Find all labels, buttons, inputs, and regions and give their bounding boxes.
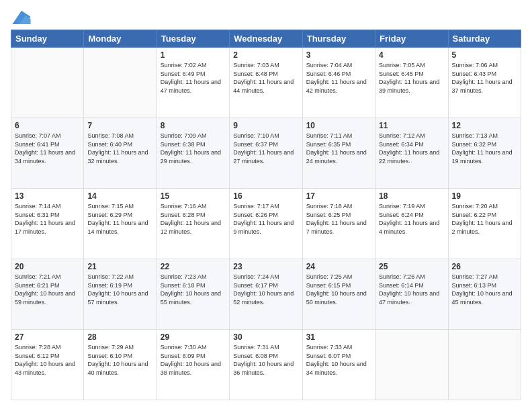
cell-info: Sunrise: 7:16 AM Sunset: 6:28 PM Dayligh… <box>161 202 226 236</box>
cell-info: Sunrise: 7:08 AM Sunset: 6:40 PM Dayligh… <box>87 132 152 165</box>
cell-info: Sunrise: 7:25 AM Sunset: 6:15 PM Dayligh… <box>306 273 371 306</box>
calendar-cell: 20Sunrise: 7:21 AM Sunset: 6:21 PM Dayli… <box>11 259 84 330</box>
cell-info: Sunrise: 7:14 AM Sunset: 6:31 PM Dayligh… <box>15 202 80 236</box>
day-number: 9 <box>233 121 298 130</box>
cell-info: Sunrise: 7:06 AM Sunset: 6:43 PM Dayligh… <box>452 61 517 95</box>
day-header-saturday: Saturday <box>448 30 521 48</box>
calendar-cell <box>84 48 157 118</box>
page: SundayMondayTuesdayWednesdayThursdayFrid… <box>0 0 532 411</box>
calendar-cell: 3Sunrise: 7:04 AM Sunset: 6:46 PM Daylig… <box>302 48 375 118</box>
cell-info: Sunrise: 7:19 AM Sunset: 6:24 PM Dayligh… <box>379 202 444 236</box>
day-number: 17 <box>306 191 371 201</box>
cell-info: Sunrise: 7:05 AM Sunset: 6:45 PM Dayligh… <box>379 61 444 95</box>
cell-info: Sunrise: 7:12 AM Sunset: 6:34 PM Dayligh… <box>379 132 444 165</box>
cell-info: Sunrise: 7:18 AM Sunset: 6:25 PM Dayligh… <box>306 202 371 236</box>
calendar-cell: 6Sunrise: 7:07 AM Sunset: 6:41 PM Daylig… <box>11 118 84 189</box>
calendar-cell: 19Sunrise: 7:20 AM Sunset: 6:22 PM Dayli… <box>448 189 521 259</box>
calendar-cell: 8Sunrise: 7:09 AM Sunset: 6:38 PM Daylig… <box>157 118 229 189</box>
day-number: 3 <box>306 50 371 60</box>
cell-info: Sunrise: 7:10 AM Sunset: 6:37 PM Dayligh… <box>233 132 298 165</box>
cell-info: Sunrise: 7:09 AM Sunset: 6:38 PM Dayligh… <box>161 132 226 165</box>
calendar-cell: 24Sunrise: 7:25 AM Sunset: 6:15 PM Dayli… <box>302 259 375 330</box>
day-header-friday: Friday <box>375 30 448 48</box>
day-number: 19 <box>452 191 517 201</box>
day-header-tuesday: Tuesday <box>157 30 229 48</box>
calendar-cell: 7Sunrise: 7:08 AM Sunset: 6:40 PM Daylig… <box>84 118 157 189</box>
day-number: 26 <box>452 262 517 271</box>
day-number: 23 <box>233 262 298 271</box>
cell-info: Sunrise: 7:03 AM Sunset: 6:48 PM Dayligh… <box>233 61 298 95</box>
day-number: 7 <box>87 121 152 130</box>
day-number: 31 <box>306 332 371 342</box>
calendar-cell: 26Sunrise: 7:27 AM Sunset: 6:13 PM Dayli… <box>448 259 521 330</box>
cell-info: Sunrise: 7:11 AM Sunset: 6:35 PM Dayligh… <box>306 132 371 165</box>
day-number: 18 <box>379 191 444 201</box>
week-row-1: 1Sunrise: 7:02 AM Sunset: 6:49 PM Daylig… <box>11 48 521 118</box>
cell-info: Sunrise: 7:20 AM Sunset: 6:22 PM Dayligh… <box>452 202 517 236</box>
cell-info: Sunrise: 7:22 AM Sunset: 6:19 PM Dayligh… <box>87 273 152 306</box>
cell-info: Sunrise: 7:15 AM Sunset: 6:29 PM Dayligh… <box>87 202 152 236</box>
cell-info: Sunrise: 7:07 AM Sunset: 6:41 PM Dayligh… <box>15 132 80 165</box>
cell-info: Sunrise: 7:30 AM Sunset: 6:09 PM Dayligh… <box>161 343 226 377</box>
day-number: 29 <box>161 332 226 342</box>
cell-info: Sunrise: 7:17 AM Sunset: 6:26 PM Dayligh… <box>233 202 298 236</box>
day-number: 16 <box>233 191 298 201</box>
calendar-cell: 15Sunrise: 7:16 AM Sunset: 6:28 PM Dayli… <box>157 189 229 259</box>
calendar-cell: 21Sunrise: 7:22 AM Sunset: 6:19 PM Dayli… <box>84 259 157 330</box>
calendar-cell: 9Sunrise: 7:10 AM Sunset: 6:37 PM Daylig… <box>230 118 302 189</box>
calendar-cell: 17Sunrise: 7:18 AM Sunset: 6:25 PM Dayli… <box>302 189 375 259</box>
day-number: 10 <box>306 121 371 130</box>
cell-info: Sunrise: 7:23 AM Sunset: 6:18 PM Dayligh… <box>161 273 226 306</box>
day-number: 14 <box>87 191 152 201</box>
day-number: 24 <box>306 262 371 271</box>
day-number: 5 <box>452 50 517 60</box>
day-header-monday: Monday <box>84 30 157 48</box>
calendar-cell: 5Sunrise: 7:06 AM Sunset: 6:43 PM Daylig… <box>448 48 521 118</box>
cell-info: Sunrise: 7:27 AM Sunset: 6:13 PM Dayligh… <box>452 273 517 306</box>
calendar-cell: 29Sunrise: 7:30 AM Sunset: 6:09 PM Dayli… <box>157 330 229 400</box>
calendar-cell: 11Sunrise: 7:12 AM Sunset: 6:34 PM Dayli… <box>375 118 448 189</box>
calendar-cell: 4Sunrise: 7:05 AM Sunset: 6:45 PM Daylig… <box>375 48 448 118</box>
calendar-cell: 2Sunrise: 7:03 AM Sunset: 6:48 PM Daylig… <box>230 48 302 118</box>
day-number: 11 <box>379 121 444 130</box>
week-row-3: 13Sunrise: 7:14 AM Sunset: 6:31 PM Dayli… <box>11 189 521 259</box>
day-number: 13 <box>15 191 80 201</box>
calendar-cell: 12Sunrise: 7:13 AM Sunset: 6:32 PM Dayli… <box>448 118 521 189</box>
day-number: 22 <box>161 262 226 271</box>
day-number: 15 <box>161 191 226 201</box>
week-row-4: 20Sunrise: 7:21 AM Sunset: 6:21 PM Dayli… <box>11 259 521 330</box>
day-number: 27 <box>15 332 80 342</box>
cell-info: Sunrise: 7:02 AM Sunset: 6:49 PM Dayligh… <box>161 61 226 95</box>
header <box>11 11 521 24</box>
logo-icon <box>12 11 31 24</box>
calendar-cell: 23Sunrise: 7:24 AM Sunset: 6:17 PM Dayli… <box>230 259 302 330</box>
cell-info: Sunrise: 7:13 AM Sunset: 6:32 PM Dayligh… <box>452 132 517 165</box>
calendar-cell: 18Sunrise: 7:19 AM Sunset: 6:24 PM Dayli… <box>375 189 448 259</box>
day-number: 12 <box>452 121 517 130</box>
calendar-cell <box>375 330 448 400</box>
calendar-cell: 10Sunrise: 7:11 AM Sunset: 6:35 PM Dayli… <box>302 118 375 189</box>
calendar-cell: 16Sunrise: 7:17 AM Sunset: 6:26 PM Dayli… <box>230 189 302 259</box>
day-number: 4 <box>379 50 444 60</box>
calendar-cell: 14Sunrise: 7:15 AM Sunset: 6:29 PM Dayli… <box>84 189 157 259</box>
logo <box>11 11 31 24</box>
day-number: 28 <box>87 332 152 342</box>
day-number: 8 <box>161 121 226 130</box>
calendar-cell: 22Sunrise: 7:23 AM Sunset: 6:18 PM Dayli… <box>157 259 229 330</box>
calendar-cell <box>11 48 84 118</box>
calendar-cell <box>448 330 521 400</box>
day-number: 2 <box>233 50 298 60</box>
day-number: 25 <box>379 262 444 271</box>
calendar-cell: 30Sunrise: 7:31 AM Sunset: 6:08 PM Dayli… <box>230 330 302 400</box>
day-number: 20 <box>15 262 80 271</box>
calendar-cell: 13Sunrise: 7:14 AM Sunset: 6:31 PM Dayli… <box>11 189 84 259</box>
week-row-5: 27Sunrise: 7:28 AM Sunset: 6:12 PM Dayli… <box>11 330 521 400</box>
calendar-cell: 28Sunrise: 7:29 AM Sunset: 6:10 PM Dayli… <box>84 330 157 400</box>
cell-info: Sunrise: 7:21 AM Sunset: 6:21 PM Dayligh… <box>15 273 80 306</box>
calendar-table: SundayMondayTuesdayWednesdayThursdayFrid… <box>11 30 521 400</box>
day-number: 1 <box>161 50 226 60</box>
cell-info: Sunrise: 7:28 AM Sunset: 6:12 PM Dayligh… <box>15 343 80 377</box>
calendar-cell: 31Sunrise: 7:33 AM Sunset: 6:07 PM Dayli… <box>302 330 375 400</box>
day-number: 6 <box>15 121 80 130</box>
calendar-cell: 1Sunrise: 7:02 AM Sunset: 6:49 PM Daylig… <box>157 48 229 118</box>
